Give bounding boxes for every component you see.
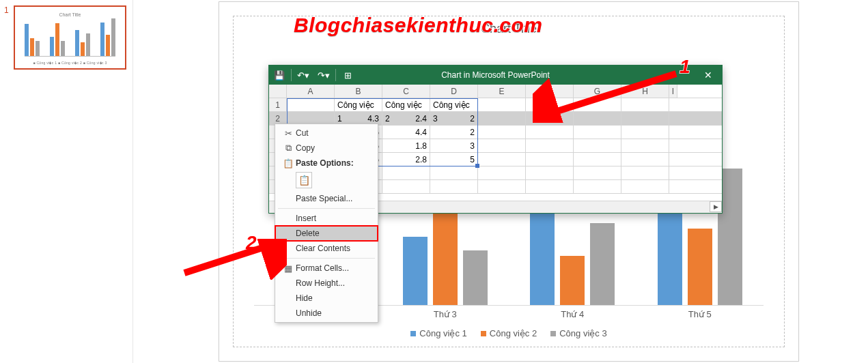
cell[interactable]: Công việc 1 (335, 98, 382, 111)
watermark-text: Blogchiasekienthuc.com (294, 14, 542, 37)
cell[interactable] (526, 98, 574, 111)
slide-thumbnail[interactable]: Chart Title ■ Công việc 1 ■ Công việc 2 … (14, 5, 126, 70)
cell[interactable] (478, 112, 526, 125)
cell[interactable] (478, 180, 526, 193)
menu-cut[interactable]: ✂Cut (275, 126, 378, 141)
cell[interactable]: Công việc 2 (382, 98, 430, 111)
cell[interactable] (574, 112, 621, 125)
cell[interactable] (621, 153, 669, 166)
cell[interactable] (478, 153, 526, 166)
cell[interactable] (526, 153, 574, 166)
cell[interactable]: 2 (430, 126, 478, 139)
select-all-corner[interactable] (269, 85, 287, 98)
menu-insert[interactable]: Insert (275, 211, 378, 226)
col-header[interactable]: B (335, 85, 382, 98)
menu-row-height[interactable]: Row Height... (275, 276, 378, 291)
legend-label: Công việc 3 (559, 328, 606, 338)
cell[interactable] (430, 166, 478, 179)
col-header[interactable]: E (478, 85, 526, 98)
close-icon[interactable]: ✕ (695, 66, 722, 85)
cell[interactable] (526, 166, 574, 179)
paste-icon: 📋 (281, 158, 296, 169)
cell[interactable]: 1.8 (382, 139, 430, 152)
cell[interactable] (621, 139, 669, 152)
cell[interactable] (574, 139, 621, 152)
save-icon[interactable]: 💾 (269, 66, 290, 85)
menu-delete[interactable]: Delete (275, 226, 378, 241)
chart-legend: Công việc 1 Công việc 2 Công việc 3 (234, 328, 784, 338)
annotation-number-2: 2 (246, 232, 257, 254)
cell[interactable] (526, 126, 574, 139)
cell[interactable] (526, 139, 574, 152)
axis-label: Thứ 3 (434, 309, 457, 319)
annotation-number-1: 1 (680, 56, 690, 78)
thumbnail-number: 1 (4, 5, 9, 15)
cell[interactable] (574, 153, 621, 166)
col-header[interactable]: I (669, 85, 677, 98)
cell[interactable] (621, 166, 669, 179)
edit-data-icon[interactable]: ⊞ (337, 66, 358, 85)
cell[interactable] (526, 180, 574, 193)
cell[interactable] (478, 166, 526, 179)
cell[interactable] (574, 98, 621, 111)
thumbnail-chart-title: Chart Title (25, 12, 115, 17)
cell[interactable]: 4.4 (382, 126, 430, 139)
menu-copy[interactable]: ⧉Copy (275, 141, 378, 156)
format-icon: ▦ (281, 263, 296, 274)
cell[interactable] (526, 112, 574, 125)
cell[interactable]: 3 (430, 139, 478, 152)
menu-clear-contents[interactable]: Clear Contents (275, 241, 378, 256)
cell[interactable] (574, 126, 621, 139)
cut-icon: ✂ (281, 128, 296, 139)
cell[interactable] (478, 126, 526, 139)
col-header[interactable]: F (526, 85, 574, 98)
legend-label: Công việc 1 (419, 328, 466, 338)
col-header[interactable]: C (382, 85, 430, 98)
axis-label: Thứ 5 (688, 309, 712, 319)
slide-thumbnail-panel: 1 Chart Title ■ Công việc 1 ■ Công việc … (0, 0, 133, 363)
paste-option-icon[interactable]: 📋 (296, 172, 312, 188)
menu-paste-special[interactable]: Paste Special... (275, 191, 378, 206)
col-header[interactable]: H (621, 85, 669, 98)
cell[interactable] (574, 166, 621, 179)
cell[interactable]: 2.4 (382, 112, 430, 125)
axis-label: Thứ 4 (561, 309, 584, 319)
table-row[interactable]: 1 Công việc 1 Công việc 2 Công việc 3 (269, 98, 722, 112)
menu-hide[interactable]: Hide (275, 291, 378, 306)
cell[interactable]: 5 (430, 153, 478, 166)
undo-icon[interactable]: ↶▾ (293, 66, 313, 85)
menu-format-cells[interactable]: ▦Format Cells... (275, 261, 378, 276)
redo-icon[interactable]: ↷▾ (313, 66, 334, 85)
scroll-right-icon[interactable]: ▶ (710, 201, 722, 212)
thumbnail-chart (25, 19, 115, 57)
menu-paste-options: 📋Paste Options: (275, 156, 378, 171)
cell[interactable]: 2 (430, 112, 478, 125)
cell[interactable] (621, 126, 669, 139)
cell[interactable] (478, 139, 526, 152)
excel-window-title: Chart in Microsoft PowerPoint (441, 70, 550, 80)
row-header[interactable]: 1 (269, 98, 287, 111)
cell[interactable] (478, 98, 526, 111)
cell[interactable]: 2.8 (382, 153, 430, 166)
menu-unhide[interactable]: Unhide (275, 306, 378, 321)
cell[interactable]: Công việc 3 (430, 98, 478, 111)
cell[interactable] (621, 180, 669, 193)
cell[interactable] (621, 98, 669, 111)
column-headers[interactable]: A B C D E F G H I (269, 85, 722, 98)
cell[interactable] (430, 180, 478, 193)
col-header[interactable]: D (430, 85, 478, 98)
cell[interactable] (382, 180, 430, 193)
col-header[interactable]: G (574, 85, 621, 98)
col-header[interactable]: A (287, 85, 335, 98)
copy-icon: ⧉ (281, 143, 296, 154)
cell[interactable] (382, 166, 430, 179)
cell[interactable] (287, 98, 335, 111)
thumbnail-legend: ■ Công việc 1 ■ Công việc 2 ■ Công việc … (25, 61, 115, 65)
cell[interactable] (621, 112, 669, 125)
context-menu[interactable]: ✂Cut ⧉Copy 📋Paste Options: 📋 Paste Speci… (275, 124, 378, 323)
cell[interactable] (574, 180, 621, 193)
excel-titlebar[interactable]: 💾 ↶▾ ↷▾ ⊞ Chart in Microsoft PowerPoint … (269, 66, 722, 85)
legend-label: Công việc 2 (490, 328, 537, 338)
